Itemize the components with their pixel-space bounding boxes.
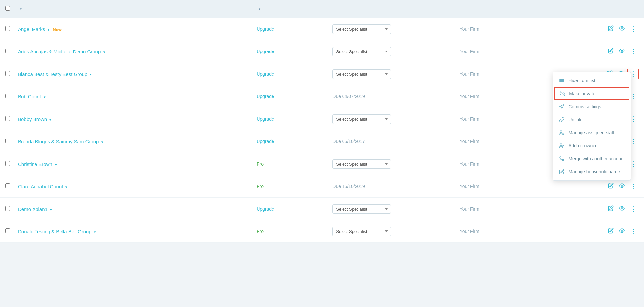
view-button[interactable]	[617, 24, 627, 33]
row-checkbox[interactable]	[5, 26, 10, 31]
staff-cell: Your Firm	[455, 153, 549, 175]
staff-name: Your Firm	[460, 229, 479, 234]
menu-item-private[interactable]: Make private	[554, 87, 629, 100]
client-dropdown-arrow[interactable]: ▾	[103, 50, 105, 54]
row-checkbox-cell	[0, 198, 13, 220]
client-name-cell: Clare Annabel Count ▾	[13, 175, 251, 198]
client-dropdown-arrow[interactable]: ▾	[50, 208, 52, 212]
edit-button[interactable]	[606, 182, 616, 190]
menu-icon-private	[559, 91, 565, 96]
more-actions-button[interactable]: ⋮	[628, 46, 639, 57]
menu-item-staff[interactable]: Manage assigned staff	[553, 126, 631, 139]
specialist-select[interactable]: Select Specialist	[332, 227, 391, 236]
view-button[interactable]	[617, 204, 627, 212]
row-checkbox[interactable]	[5, 206, 10, 211]
menu-item-coowner[interactable]: Add co-owner	[553, 139, 631, 152]
menu-item-merge[interactable]: Merge with another account	[553, 152, 631, 165]
col-header-name[interactable]: ▼	[13, 0, 251, 18]
client-name-link[interactable]: Donald Testing & Bella Bell Group	[18, 229, 91, 234]
view-button[interactable]	[617, 182, 627, 190]
svg-point-8	[621, 208, 623, 209]
client-dropdown-arrow[interactable]: ▾	[55, 163, 57, 167]
client-name-link[interactable]: Brenda Bloggs & Sammy Sam Group	[18, 139, 99, 144]
plan-label: Upgrade	[257, 206, 274, 212]
plan-label: Upgrade	[257, 71, 274, 77]
select-all-checkbox[interactable]	[5, 6, 10, 11]
staff-name: Your Firm	[460, 49, 479, 54]
client-name-cell: Demo Xplan1 ▾	[13, 198, 251, 220]
specialist-select[interactable]: Select Specialist	[332, 159, 391, 169]
plan-cell: Upgrade	[251, 85, 327, 108]
row-checkbox[interactable]	[5, 94, 10, 98]
staff-name: Your Firm	[460, 206, 479, 212]
client-dropdown-arrow[interactable]: ▾	[90, 73, 92, 77]
client-name-link[interactable]: Angel Marks	[18, 26, 45, 32]
row-checkbox[interactable]	[5, 139, 10, 143]
svg-point-0	[621, 28, 623, 29]
plan-cell: Upgrade	[251, 18, 327, 40]
plan-label: Pro	[257, 184, 264, 189]
staff-name: Your Firm	[460, 184, 479, 189]
view-button[interactable]	[617, 47, 627, 55]
specialist-select[interactable]: Select Specialist	[332, 114, 391, 124]
more-actions-button[interactable]: ⋮	[628, 181, 639, 192]
specialist-select[interactable]: Select Specialist	[332, 69, 391, 79]
client-name-link[interactable]: Bianca Best & Testy Best Group	[18, 71, 87, 77]
review-date: Due 05/10/2017	[332, 139, 365, 144]
staff-cell: Your Firm	[455, 108, 549, 130]
view-button[interactable]	[617, 227, 627, 235]
edit-button[interactable]	[606, 204, 616, 212]
menu-icon-unlink	[559, 117, 565, 123]
col-header-plan[interactable]: ▼	[251, 0, 327, 18]
row-checkbox-cell	[0, 175, 13, 198]
staff-cell: Your Firm	[455, 220, 549, 243]
more-actions-button[interactable]: ⋮	[628, 24, 639, 34]
menu-label-private: Make private	[569, 91, 595, 96]
svg-rect-10	[559, 79, 564, 80]
row-checkbox[interactable]	[5, 116, 10, 121]
client-dropdown-arrow[interactable]: ▾	[48, 28, 49, 32]
svg-point-1	[621, 50, 623, 52]
table-row: Clare Annabel Count ▾ Pro Due 15/10/2019…	[0, 175, 644, 198]
plan-label: Upgrade	[257, 116, 274, 122]
review-cell: Due 05/10/2017	[327, 130, 454, 153]
more-actions-button[interactable]: ⋮	[628, 226, 639, 237]
menu-label-comms: Comms settings	[568, 104, 601, 109]
edit-button[interactable]	[606, 24, 616, 33]
client-name-link[interactable]: Bob Count	[18, 94, 41, 99]
client-name-link[interactable]: Christine Brown	[18, 161, 52, 167]
row-checkbox[interactable]	[5, 49, 10, 53]
new-badge: New	[53, 27, 62, 32]
row-checkbox[interactable]	[5, 183, 10, 188]
client-dropdown-arrow[interactable]: ▾	[101, 140, 103, 144]
edit-button[interactable]	[606, 227, 616, 235]
menu-item-comms[interactable]: Comms settings	[553, 100, 631, 113]
staff-cell: Your Firm	[455, 40, 549, 63]
specialist-select[interactable]: Select Specialist	[332, 47, 391, 56]
staff-name: Your Firm	[460, 161, 479, 167]
header-checkbox-cell	[0, 0, 13, 18]
client-dropdown-arrow[interactable]: ▾	[44, 95, 46, 99]
client-dropdown-arrow[interactable]: ▾	[94, 230, 96, 234]
client-dropdown-arrow[interactable]: ▾	[65, 185, 67, 189]
client-name-link[interactable]: Bobby Brown	[18, 116, 47, 122]
specialist-select[interactable]: Select Specialist	[332, 204, 391, 214]
client-dropdown-arrow[interactable]: ▾	[49, 118, 51, 122]
context-menu: Hide from list Make private Comms settin…	[553, 72, 631, 181]
specialist-select[interactable]: Select Specialist	[332, 24, 391, 34]
client-name-link[interactable]: Demo Xplan1	[18, 206, 48, 212]
more-actions-button[interactable]: ⋮	[628, 204, 639, 214]
client-name-link[interactable]: Clare Annabel Count	[18, 184, 63, 189]
menu-item-household[interactable]: Manage household name	[553, 165, 631, 178]
edit-button[interactable]	[606, 47, 616, 55]
menu-icon-comms	[559, 104, 565, 110]
table-row: Aries Ancajas & Michelle Demo Group ▾ Up…	[0, 40, 644, 63]
row-checkbox-cell	[0, 130, 13, 153]
menu-item-unlink[interactable]: Unlink	[553, 113, 631, 126]
row-checkbox[interactable]	[5, 228, 10, 233]
menu-item-hide[interactable]: Hide from list	[553, 74, 631, 87]
client-name-link[interactable]: Aries Ancajas & Michelle Demo Group	[18, 49, 101, 54]
row-checkbox[interactable]	[5, 71, 10, 76]
row-checkbox[interactable]	[5, 161, 10, 166]
client-name-cell: Bobby Brown ▾	[13, 108, 251, 130]
